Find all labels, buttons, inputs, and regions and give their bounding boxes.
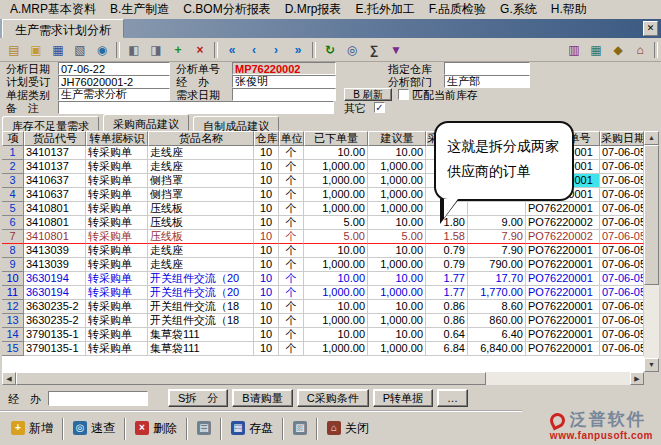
menu-item-production[interactable]: B.生产制造 [103,0,176,20]
demand-date-field[interactable] [232,88,336,101]
request-qty-button[interactable]: B请购量 [232,389,292,407]
search-toolbar-button[interactable]: ◎ [341,39,363,60]
copy-toolbar-button[interactable]: ◨ [145,39,167,60]
more-button[interactable]: … [437,389,468,407]
save-toolbar-button[interactable]: ▦ [47,39,69,60]
open-toolbar-button[interactable]: ▣ [25,39,47,60]
cell-suggest: 10.00 [368,300,426,314]
purchase-terms-button[interactable]: C采购条件 [297,389,369,407]
bottom-new-button[interactable]: +新增 [2,415,62,441]
tab-selfmade-suggestion[interactable]: 自制成品建议 [193,116,279,131]
vendor-url[interactable]: www.fanpusoft.com [550,430,653,441]
remark-field[interactable] [58,101,334,114]
tab-purchase-suggestion[interactable]: 采购商品建议 [103,114,189,131]
first-toolbar-button[interactable]: « [221,39,243,60]
table-row[interactable]: 103630194转采购单开关组件交流（2010个10.0010.001.771… [2,272,644,286]
scroll-right-icon[interactable]: ▶ [630,372,644,385]
dept-field[interactable] [444,75,530,88]
analysis-date-label: 分析日期 [6,63,50,76]
grid-icon: ▦ [590,43,601,57]
refresh-button[interactable]: B 刷新 [344,88,392,101]
tab-shortage-demand[interactable]: 库存不足量需求 [2,116,99,131]
column-header-code[interactable]: 货品代号 [24,131,86,146]
horizontal-scrollbar[interactable]: ◀ ▶ [2,372,644,385]
grid-toolbar-button[interactable]: ▦ [585,39,607,60]
bottom-delete-button[interactable]: ×删除 [126,415,186,441]
table-row[interactable]: 153790135-1转采购单集草袋11110个1,000.001,000.00… [2,342,644,356]
bottom-save-button[interactable]: ▦存盘 [222,415,282,441]
cell-price: 1.58 [426,230,468,244]
analysis-date-field[interactable] [58,62,170,75]
menu-item-quality[interactable]: F.品质检验 [422,0,493,20]
cell-code: 3630235-2 [24,314,86,328]
bottom-close-button[interactable]: ⌂关闭 [318,415,378,441]
match-stock-checkbox[interactable] [398,89,409,100]
close-tab-icon[interactable]: ✕ [643,21,658,36]
bottom-quick-search-button[interactable]: ◎速查 [64,415,124,441]
horizontal-scroll-thumb[interactable] [16,372,486,385]
table-row[interactable]: 123630235-2转采购单开关组件交流（1810个10.0010.000.8… [2,300,644,314]
column-header-wh[interactable]: 仓库 [254,131,279,146]
preview-toolbar-button[interactable]: ◉ [91,39,113,60]
column-header-date[interactable]: 采购日期 [600,131,644,146]
split-button[interactable]: S拆 分 [168,389,228,407]
refresh-toolbar-button[interactable]: ↻ [319,39,341,60]
table-row[interactable]: 133630235-2转采购单开关组件交流（1810个1,000.001,000… [2,314,644,328]
plan-order-field[interactable] [58,75,170,88]
bottom-button-6-button[interactable]: ▨ [284,415,316,441]
column-header-flag[interactable]: 转单据标识 [86,131,148,146]
column-header-unit[interactable]: 单位 [279,131,304,146]
cut-toolbar-button[interactable]: ◧ [123,39,145,60]
cell-date: 07-06-05 [600,216,644,230]
print-toolbar-button[interactable]: ▧ [69,39,91,60]
cell-ordered: 1,000.00 [304,342,368,356]
filter-toolbar-button[interactable]: ▼ [385,39,407,60]
cell-price: 1.77 [426,286,468,300]
footer-handler-field[interactable] [48,391,148,406]
scroll-up-icon[interactable]: ▲ [644,131,659,145]
chart-toolbar-button[interactable]: ▥ [563,39,585,60]
menu-item-bom-reports[interactable]: C.BOM分析报表 [176,0,277,20]
delete-toolbar-button[interactable]: × [189,39,211,60]
open-icon: ▣ [30,43,41,57]
cell-ordered: 1,000.00 [304,188,368,202]
window-tab-strip: 生产需求计划分析 ✕ [0,19,661,38]
other-checkbox[interactable]: ✓ [374,102,385,113]
warehouse-field[interactable] [444,62,530,75]
add-toolbar-button[interactable]: + [167,39,189,60]
menu-item-outsourcing[interactable]: E.托外加工 [348,0,421,20]
menu-item-mrp-data[interactable]: A.MRP基本资料 [3,0,103,20]
scroll-down-icon[interactable]: ▼ [644,358,659,372]
new-doc-toolbar-button[interactable]: ▤ [3,39,25,60]
table-row[interactable]: 113630194转采购单开关组件交流（2010个1,000.001,000.0… [2,286,644,300]
table-row[interactable]: 63410801转采购单压线板10个5.0010.001.809.00PO762… [2,216,644,230]
lock-toolbar-button[interactable]: ◆ [607,39,629,60]
vertical-scrollbar[interactable]: ▲ ▼ [644,131,659,372]
table-row[interactable]: 53410801转采购单压线板10个1,000.001,000.00PO7622… [2,202,644,216]
doc-type-field[interactable] [58,88,170,101]
sum-toolbar-button[interactable]: ∑ [363,39,385,60]
menu-item-help[interactable]: H.帮助 [544,0,594,20]
exit-toolbar-button[interactable]: ⌂ [629,39,651,60]
last-toolbar-button[interactable]: » [287,39,309,60]
table-row[interactable]: 83413039转采购单走线座10个10.0010.000.797.90PO76… [2,244,644,258]
tab-production-demand-analysis[interactable]: 生产需求计划分析 [2,19,124,38]
vertical-scroll-thumb[interactable] [644,145,659,285]
column-header-idx[interactable]: 项 [2,131,24,146]
scroll-left-icon[interactable]: ◀ [2,372,16,385]
table-row[interactable]: 73410801转采购单压线板10个5.005.001.587.90PO7622… [2,230,644,244]
table-row[interactable]: 93413039转采购单走线座10个1,000.001,000.000.7979… [2,258,644,272]
column-header-name[interactable]: 货品名称 [148,131,254,146]
column-header-suggest[interactable]: 建议量 [368,131,426,146]
cell-flag: 转采购单 [86,328,148,342]
prev-toolbar-button[interactable]: ‹ [243,39,265,60]
bottom-button-4-button[interactable]: ▤ [188,415,220,441]
menu-item-system[interactable]: G.系统 [493,0,544,20]
menu-item-mrp-reports[interactable]: D.Mrp报表 [278,0,349,20]
next-toolbar-button[interactable]: › [265,39,287,60]
column-header-ordered[interactable]: 已下单量 [304,131,368,146]
table-row[interactable]: 143790135-1转采购单集草袋11110个10.0010.000.646.… [2,328,644,342]
analysis-no-field[interactable] [232,62,336,75]
transfer-doc-button[interactable]: P转单据 [373,389,433,407]
handler-field[interactable] [232,75,336,88]
